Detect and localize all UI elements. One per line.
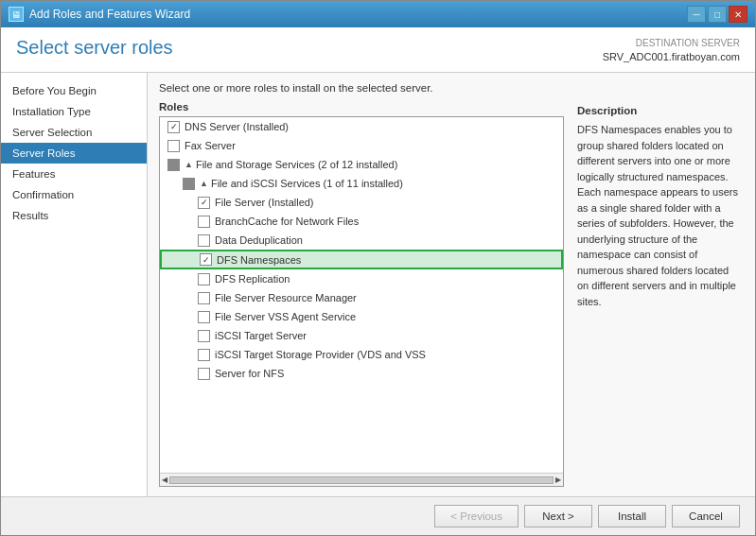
checkbox-iscsi-target-server[interactable] <box>198 330 210 342</box>
role-branchcache[interactable]: BranchCache for Network Files <box>160 212 563 231</box>
role-label-iscsi-storage-provider: iSCSI Target Storage Provider (VDS and V… <box>215 349 426 360</box>
role-label-fsrm: File Server Resource Manager <box>215 292 357 303</box>
role-server-nfs[interactable]: Server for NFS <box>160 364 563 383</box>
install-button[interactable]: Install <box>598 505 666 527</box>
sidebar-item-server-roles[interactable]: Server Roles <box>1 143 147 164</box>
roles-header: Roles <box>159 101 564 112</box>
previous-button[interactable]: < Previous <box>434 505 519 527</box>
role-label-file-storage: File and Storage Services (2 of 12 insta… <box>196 159 397 170</box>
checkbox-dfs-replication[interactable] <box>198 273 210 285</box>
window-icon: 🖥 <box>9 7 24 22</box>
scroll-left-arrow[interactable]: ◀ <box>162 475 167 484</box>
content-area: Before You Begin Installation Type Serve… <box>1 73 755 496</box>
checkbox-vss-agent[interactable] <box>198 311 210 323</box>
role-label-iscsi-target-server: iSCSI Target Server <box>215 330 307 341</box>
sidebar-item-features[interactable]: Features <box>1 164 147 184</box>
window-title: Add Roles and Features Wizard <box>29 8 190 21</box>
role-label-dns: DNS Server (Installed) <box>185 121 289 132</box>
title-bar: 🖥 Add Roles and Features Wizard ─ □ ✕ <box>1 1 755 27</box>
sidebar-item-server-selection[interactable]: Server Selection <box>1 122 147 143</box>
checkbox-fsrm[interactable] <box>198 292 210 304</box>
role-label-file-server: File Server (Installed) <box>215 197 314 208</box>
checkbox-dfs-namespaces[interactable] <box>200 253 212 266</box>
expand-file-storage-icon[interactable]: ▲ <box>185 160 193 169</box>
next-button[interactable]: Next > <box>524 505 592 527</box>
role-iscsi-target-server[interactable]: iSCSI Target Server <box>160 326 563 345</box>
role-iscsi-storage-provider[interactable]: iSCSI Target Storage Provider (VDS and V… <box>160 345 563 364</box>
expand-file-iscsi-icon[interactable]: ▲ <box>200 179 208 188</box>
checkbox-data-dedup[interactable] <box>198 234 210 247</box>
horizontal-scrollbar-thumb[interactable] <box>169 476 554 484</box>
close-button[interactable]: ✕ <box>729 6 747 23</box>
page-header: Select server roles DESTINATION SERVER S… <box>1 27 755 73</box>
role-file-storage[interactable]: ▲ File and Storage Services (2 of 12 ins… <box>160 155 563 174</box>
roles-list-container: DNS Server (Installed) Fax Server <box>159 116 564 487</box>
horizontal-scrollbar[interactable]: ◀ ▶ <box>160 473 563 486</box>
checkbox-fax[interactable] <box>167 140 180 152</box>
scroll-right-arrow[interactable]: ▶ <box>555 475 561 484</box>
checkbox-iscsi-storage-provider[interactable] <box>198 349 210 361</box>
roles-panel: Roles DNS Server (Installed) <box>159 101 564 487</box>
sidebar-item-installation-type[interactable]: Installation Type <box>1 101 147 122</box>
role-label-server-nfs: Server for NFS <box>215 368 284 379</box>
role-data-dedup[interactable]: Data Deduplication <box>160 231 563 250</box>
role-label-file-iscsi: File and iSCSI Services (1 of 11 install… <box>211 178 403 189</box>
sidebar-item-before-you-begin[interactable]: Before You Begin <box>1 80 147 101</box>
instruction-text: Select one or more roles to install on t… <box>159 82 744 94</box>
role-dfs-replication[interactable]: DFS Replication <box>160 269 563 288</box>
role-label-data-dedup: Data Deduplication <box>215 234 303 246</box>
role-label-fax: Fax Server <box>185 140 236 151</box>
role-dfs-namespaces[interactable]: DFS Namespaces <box>160 250 563 269</box>
sidebar-item-confirmation[interactable]: Confirmation <box>1 184 147 205</box>
role-fax-server[interactable]: Fax Server <box>160 136 563 155</box>
checkbox-file-iscsi[interactable] <box>183 178 195 190</box>
role-file-iscsi[interactable]: ▲ File and iSCSI Services (1 of 11 insta… <box>160 174 563 193</box>
roles-scroll-area[interactable]: DNS Server (Installed) Fax Server <box>160 117 563 473</box>
main-content: Select one or more roles to install on t… <box>148 73 755 496</box>
checkbox-branchcache[interactable] <box>198 216 210 228</box>
role-label-vss-agent: File Server VSS Agent Service <box>215 311 356 322</box>
role-file-server[interactable]: File Server (Installed) <box>160 193 563 212</box>
role-vss-agent[interactable]: File Server VSS Agent Service <box>160 307 563 326</box>
sidebar-item-results[interactable]: Results <box>1 205 147 226</box>
checkbox-dns[interactable] <box>167 121 180 133</box>
sidebar: Before You Begin Installation Type Serve… <box>1 73 148 496</box>
checkbox-server-nfs[interactable] <box>198 368 210 380</box>
checkbox-file-server[interactable] <box>198 197 210 209</box>
page-title: Select server roles <box>16 37 173 59</box>
window-controls: ─ □ ✕ <box>687 6 747 23</box>
description-text: DFS Namespaces enables you to group shar… <box>577 122 740 309</box>
role-label-dfs-replication: DFS Replication <box>215 273 290 285</box>
minimize-button[interactable]: ─ <box>687 6 706 23</box>
role-dns-server[interactable]: DNS Server (Installed) <box>160 117 563 136</box>
role-fsrm[interactable]: File Server Resource Manager <box>160 288 563 307</box>
description-header: Description <box>577 105 740 116</box>
role-label-branchcache: BranchCache for Network Files <box>215 216 359 227</box>
role-label-dfs-namespaces: DFS Namespaces <box>217 254 301 266</box>
destination-server-name: SRV_ADC001.firatboyan.com <box>603 50 740 64</box>
checkbox-file-storage[interactable] <box>167 159 180 171</box>
footer: < Previous Next > Install Cancel <box>1 496 755 535</box>
description-panel: Description DFS Namespaces enables you t… <box>573 101 744 487</box>
destination-server-label: DESTINATION SERVER <box>603 37 740 50</box>
destination-server-info: DESTINATION SERVER SRV_ADC001.firatboyan… <box>603 37 740 64</box>
maximize-button[interactable]: □ <box>708 6 727 23</box>
cancel-button[interactable]: Cancel <box>672 505 740 527</box>
